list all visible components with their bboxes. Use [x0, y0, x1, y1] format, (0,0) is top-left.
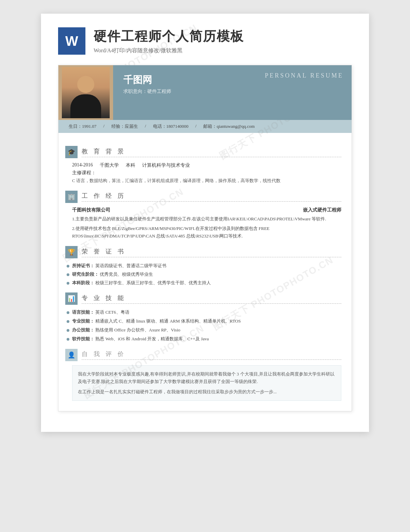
selfeval-title: 自 我 评 价 — [82, 350, 341, 360]
skill-item-1: 语言技能： 英语 CET6、粤语 — [65, 309, 341, 316]
skills-icon-box: 📊 — [65, 292, 78, 305]
edu-courses-label: 主修课程： — [65, 170, 341, 176]
self-eval-text-2: 在工作上我是一名扎扎实实打磁硬件工程师，在我做项目的过程我往往采取步步为营的方式… — [78, 388, 336, 396]
self-eval-text-1: 我在大学阶段就对本专业极度感兴趣,有幸得到老师赏识,并在校期间就带着我做个 3 … — [78, 370, 336, 385]
edu-courses-text: C 语言，数据结构，算法，汇编语言，计算机组成原理，编译原理，网络，操作系统，高… — [65, 177, 341, 185]
info-divider-2: / — [145, 123, 146, 129]
doc-header: 硬件工程师个人简历模板 Word/A4打印/内容随意修改/微软雅黑 — [58, 27, 352, 55]
honor-title: 荣 誉 证 书 — [82, 247, 341, 257]
resume-photo — [58, 65, 113, 120]
skills-title: 专 业 技 能 — [82, 294, 341, 304]
honor-item-2: 研究生阶段： 优秀党员、校级优秀毕业生 — [65, 271, 341, 278]
honor-label-2: 研究生阶段： — [72, 272, 99, 277]
skill-label-2: 专业技能： — [72, 318, 94, 324]
skill-item-2: 专业技能： 精通嵌入式 C、精通 linux 驱动、精通 ARM 体系结构、精通… — [65, 318, 341, 325]
photo-body — [70, 94, 101, 118]
honor-item-3: 本科阶段： 校级三好学生、系级三好学生、优秀学生干部、优秀主持人 — [65, 279, 341, 287]
courses-label: 主修课程： — [72, 170, 96, 175]
doc-subtitle: Word/A4打印/内容随意修改/微软雅黑 — [94, 47, 244, 54]
info-birthday: 生日：1991.07 — [69, 123, 96, 129]
resume-header: 千图网 求职意向：硬件工程师 PERSONAL RESUME — [58, 65, 352, 120]
work-content-1: 1.主要负责新产品的研发以及兼任硬件生产流程管理部分工作.在该公司主要使用IAR… — [65, 215, 341, 223]
resume-info-bar: 生日：1991.07 / 经验：应届生 / 电话：1807140000 / 邮箱… — [58, 120, 352, 133]
doc-title-area: 硬件工程师个人简历模板 Word/A4打印/内容随意修改/微软雅黑 — [94, 28, 244, 54]
personal-resume-label: PERSONAL RESUME — [265, 72, 343, 79]
work-section-header: 🏢 工 作 经 历 — [65, 191, 341, 203]
skill-item-4: 软件技能： 熟悉 Web、iOS 和 Android 开发，精通数据库、C++及… — [65, 336, 341, 343]
skill-item-3: 办公技能： 熟练使用 Office 办公软件、Axure RP、Visio — [65, 327, 341, 334]
skill-label-3: 办公技能： — [72, 327, 94, 332]
education-section-header: 🎓 教 育 背 景 — [65, 146, 341, 158]
work-icon: 🏢 — [68, 193, 75, 201]
skill-content-2: 精通嵌入式 C、精通 linux 驱动、精通 ARM 体系结构、精通单片机、RT… — [95, 318, 241, 324]
education-icon-box: 🎓 — [65, 146, 78, 158]
resume-target: 求职意向：硬件工程师 — [123, 88, 345, 95]
honor-label-1: 所持证书： — [72, 263, 94, 268]
info-email: 邮箱：qiantuwang@qq.com — [203, 123, 255, 129]
edu-period: 2014-2016 — [72, 162, 93, 168]
honor-icon: 🏆 — [68, 248, 75, 256]
skills-icon: 📊 — [68, 295, 75, 302]
honor-section-header: 🏆 荣 誉 证 书 — [65, 246, 341, 258]
company-header: 千图科技有限公司 嵌入式硬件工程师 — [65, 207, 341, 213]
selfeval-icon-box: 👤 — [65, 349, 78, 361]
info-divider-1: / — [103, 123, 105, 129]
edu-school: 千图大学 — [100, 162, 119, 168]
photo-placeholder — [62, 67, 110, 118]
selfeval-section-header: 👤 自 我 评 价 — [65, 349, 341, 361]
education-icon: 🎓 — [68, 148, 75, 156]
honor-content-3: 校级三好学生、系级三好学生、优秀学生干部、优秀主持人 — [95, 280, 211, 285]
selfeval-icon: 👤 — [68, 351, 75, 359]
self-eval-box: 我在大学阶段就对本专业极度感兴趣,有幸得到老师赏识,并在校期间就带着我做个 3 … — [72, 365, 341, 401]
info-experience: 经验：应届生 — [111, 123, 138, 129]
honor-content-1: 英语四级证书、普通话二级甲等证书 — [95, 263, 166, 268]
company-name: 千图科技有限公司 — [72, 207, 110, 213]
edu-major: 计算机科学与技术专业 — [142, 162, 190, 168]
skills-section-header: 📊 专 业 技 能 — [65, 292, 341, 305]
doc-title: 硬件工程师个人简历模板 — [94, 28, 244, 45]
outer-wrapper: 图行天下 PHOTOPHOTO.CN 图行天下 PHOTOPHOTO.CN 图行… — [41, 14, 369, 432]
skill-label-1: 语言技能： — [72, 310, 94, 315]
skill-content-4: 熟悉 Web、iOS 和 Android 开发，精通数据库、C++及 Java — [95, 336, 209, 341]
job-title: 嵌入式硬件工程师 — [303, 207, 341, 213]
word-icon — [58, 27, 85, 55]
skill-label-4: 软件技能： — [72, 336, 94, 341]
resume-document: 千图网 求职意向：硬件工程师 PERSONAL RESUME 生日：1991.0… — [58, 65, 352, 411]
work-content-2: 2.使用硬件技术包含 BLE/ZigBee/GPRS/ARM/MSP430/PI… — [65, 225, 341, 240]
edu-degree: 本科 — [126, 162, 135, 168]
edu-row: 2014-2016 千图大学 本科 计算机科学与技术专业 — [65, 162, 341, 168]
work-icon-box: 🏢 — [65, 191, 78, 203]
honor-icon-box: 🏆 — [65, 246, 78, 258]
skill-content-3: 熟练使用 Office 办公软件、Axure RP、Visio — [95, 327, 180, 332]
info-divider-3: / — [195, 123, 197, 129]
work-title: 工 作 经 历 — [82, 192, 341, 202]
education-title: 教 育 背 景 — [82, 147, 341, 157]
resume-body: 🎓 教 育 背 景 2014-2016 千图大学 本科 计算机科学与技术专业 主… — [58, 133, 352, 411]
honor-label-3: 本科阶段： — [72, 280, 94, 285]
skill-content-1: 英语 CET6、粤语 — [95, 310, 129, 315]
photo-head — [77, 76, 94, 93]
honor-content-2: 优秀党员、校级优秀毕业生 — [100, 272, 153, 277]
honor-item-1: 所持证书： 英语四级证书、普通话二级甲等证书 — [65, 262, 341, 270]
info-phone: 电话：1807140000 — [153, 123, 189, 129]
